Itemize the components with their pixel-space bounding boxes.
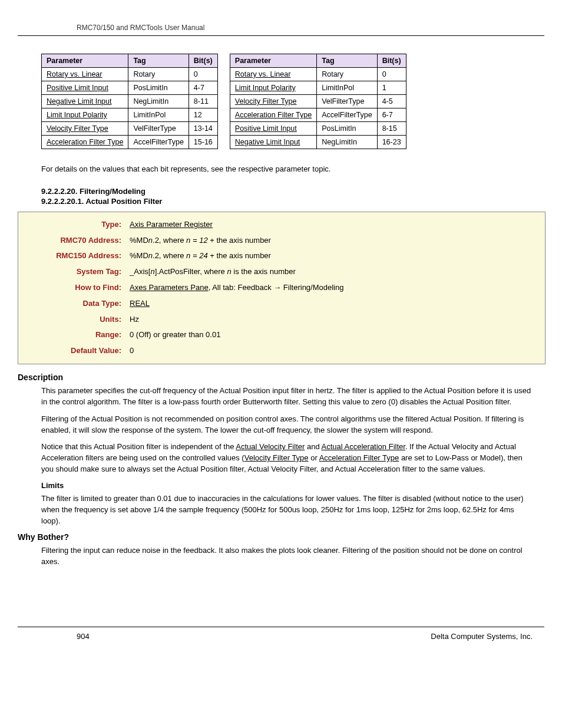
- page-footer: 904 Delta Computer Systems, Inc.: [18, 627, 544, 641]
- section-heading: 9.2.2.2.20. Filtering/Modeling: [18, 187, 544, 196]
- label-units: Units:: [24, 314, 130, 326]
- table-row: Velocity Filter TypeVelFilterType4-5: [230, 95, 406, 108]
- th-tag: Tag: [317, 54, 377, 68]
- page-header: RMC70/150 and RMCTools User Manual: [18, 24, 544, 32]
- table-row: Acceleration Filter TypeAccelFilterType6…: [230, 108, 406, 122]
- th-param: Parameter: [230, 54, 316, 68]
- note-text: For details on the values that each bit …: [18, 164, 544, 175]
- bits-cell: 1: [377, 81, 406, 95]
- value-rmc150: %MDn.2, where n = 24 + the axis number: [130, 250, 271, 262]
- tag-cell: AccelFilterType: [317, 108, 377, 122]
- value-systag: _Axis[n].ActPosFilter, where n is the ax…: [130, 266, 296, 278]
- table-row: Acceleration Filter TypeAccelFilterType1…: [42, 136, 218, 149]
- tag-cell: Rotary: [317, 68, 377, 81]
- th-tag: Tag: [128, 54, 189, 68]
- bits-cell: 8-15: [377, 122, 406, 136]
- param-table-left: Parameter Tag Bit(s) Rotary vs. LinearRo…: [41, 54, 218, 149]
- tag-cell: PosLimitIn: [128, 81, 189, 95]
- tag-cell: LimitInPol: [128, 108, 189, 122]
- th-bits: Bit(s): [189, 54, 217, 68]
- label-howto: How to Find:: [24, 282, 130, 294]
- table-row: Limit Input PolarityLimitInPol1: [230, 81, 406, 95]
- description-heading: Description: [18, 373, 544, 382]
- label-rmc70: RMC70 Address:: [24, 235, 130, 247]
- info-box: Type: Axis Parameter Register RMC70 Addr…: [18, 212, 546, 364]
- desc-p1: This parameter specifies the cut-off fre…: [41, 386, 533, 408]
- tag-cell: VelFilterType: [128, 122, 189, 136]
- bits-cell: 0: [189, 68, 217, 81]
- param-link[interactable]: Velocity Filter Type: [47, 124, 108, 133]
- value-rmc70: %MDn.2, where n = 12 + the axis number: [130, 235, 271, 247]
- footer-page: 904: [77, 632, 90, 641]
- why-heading: Why Bother?: [18, 532, 544, 542]
- why-p: Filtering the input can reduce noise in …: [41, 545, 533, 568]
- label-systag: System Tag:: [24, 266, 130, 278]
- header-rule: [18, 35, 544, 36]
- tag-cell: PosLimitIn: [317, 122, 377, 136]
- tag-cell: NegLimitIn: [317, 136, 377, 149]
- param-link[interactable]: Velocity Filter Type: [235, 97, 297, 106]
- label-dtype: Data Type:: [24, 298, 130, 310]
- param-link[interactable]: Rotary vs. Linear: [47, 70, 102, 78]
- table-row: Rotary vs. LinearRotary0: [230, 68, 406, 81]
- table-row: Positive Limit InputPosLimitIn8-15: [230, 122, 406, 136]
- label-rmc150: RMC150 Address:: [24, 250, 130, 262]
- link-actual-velocity-filter[interactable]: Actual Velocity Filter: [236, 442, 305, 451]
- footer-company: Delta Computer Systems, Inc.: [431, 632, 533, 641]
- param-link[interactable]: Acceleration Filter Type: [47, 138, 123, 146]
- link-axes-param-pane[interactable]: Axes Parameters Pane: [130, 283, 209, 292]
- desc-p2: Filtering of the Actual Position is not …: [41, 414, 533, 436]
- description-block: This parameter specifies the cut-off fre…: [18, 386, 544, 526]
- table-row: Rotary vs. LinearRotary0: [42, 68, 218, 81]
- limits-heading: Limits: [41, 481, 533, 490]
- th-bits: Bit(s): [377, 54, 406, 68]
- bits-cell: 16-23: [377, 136, 406, 149]
- bits-cell: 8-11: [189, 95, 217, 108]
- param-link[interactable]: Limit Input Polarity: [47, 111, 107, 119]
- value-howto: Axes Parameters Pane, All tab: Feedback …: [130, 282, 343, 294]
- section-subheading: 9.2.2.2.20.1. Actual Position Filter: [18, 197, 544, 206]
- param-link[interactable]: Negative Limit Input: [47, 97, 111, 106]
- bits-cell: 6-7: [377, 108, 406, 122]
- limits-p: The filter is limited to greater than 0.…: [41, 493, 533, 527]
- param-link[interactable]: Acceleration Filter Type: [235, 111, 312, 119]
- label-type: Type:: [24, 219, 130, 231]
- link-velocity-filter-type[interactable]: Velocity Filter Type: [244, 453, 309, 462]
- table-row: Positive Limit InputPosLimitIn4-7: [42, 81, 218, 95]
- bits-cell: 4-7: [189, 81, 217, 95]
- bits-cell: 12: [189, 108, 217, 122]
- th-param: Parameter: [42, 54, 128, 68]
- param-link[interactable]: Rotary vs. Linear: [235, 70, 290, 78]
- link-actual-accel-filter[interactable]: Actual Acceleration Filter: [322, 442, 405, 451]
- table-row: Negative Limit InputNegLimitIn8-11: [42, 95, 218, 108]
- table-row: Limit Input PolarityLimitInPol12: [42, 108, 218, 122]
- param-tables: Parameter Tag Bit(s) Rotary vs. LinearRo…: [18, 54, 544, 149]
- tag-cell: Rotary: [128, 68, 189, 81]
- table-row: Velocity Filter TypeVelFilterType13-14: [42, 122, 218, 136]
- tag-cell: VelFilterType: [317, 95, 377, 108]
- why-block: Filtering the input can reduce noise in …: [18, 545, 544, 568]
- bits-cell: 15-16: [189, 136, 217, 149]
- value-default: 0: [130, 345, 134, 357]
- param-table-right: Parameter Tag Bit(s) Rotary vs. LinearRo…: [230, 54, 406, 149]
- param-link[interactable]: Negative Limit Input: [235, 138, 300, 146]
- link-real[interactable]: REAL: [130, 299, 150, 308]
- value-range: 0 (Off) or greater than 0.01: [130, 329, 220, 341]
- tag-cell: NegLimitIn: [128, 95, 189, 108]
- desc-p3: Notice that this Actual Position filter …: [41, 442, 533, 475]
- bits-cell: 0: [377, 68, 406, 81]
- link-accel-filter-type[interactable]: Acceleration Filter Type: [319, 453, 399, 462]
- tag-cell: AccelFilterType: [128, 136, 189, 149]
- tag-cell: LimitInPol: [317, 81, 377, 95]
- param-link[interactable]: Positive Limit Input: [235, 124, 297, 133]
- link-axis-param-register[interactable]: Axis Parameter Register: [130, 220, 213, 229]
- label-default: Default Value:: [24, 345, 130, 357]
- label-range: Range:: [24, 329, 130, 341]
- table-row: Negative Limit InputNegLimitIn16-23: [230, 136, 406, 149]
- bits-cell: 4-5: [377, 95, 406, 108]
- param-link[interactable]: Limit Input Polarity: [235, 84, 296, 92]
- value-units: Hz: [130, 314, 139, 326]
- bits-cell: 13-14: [189, 122, 217, 136]
- param-link[interactable]: Positive Limit Input: [47, 84, 108, 92]
